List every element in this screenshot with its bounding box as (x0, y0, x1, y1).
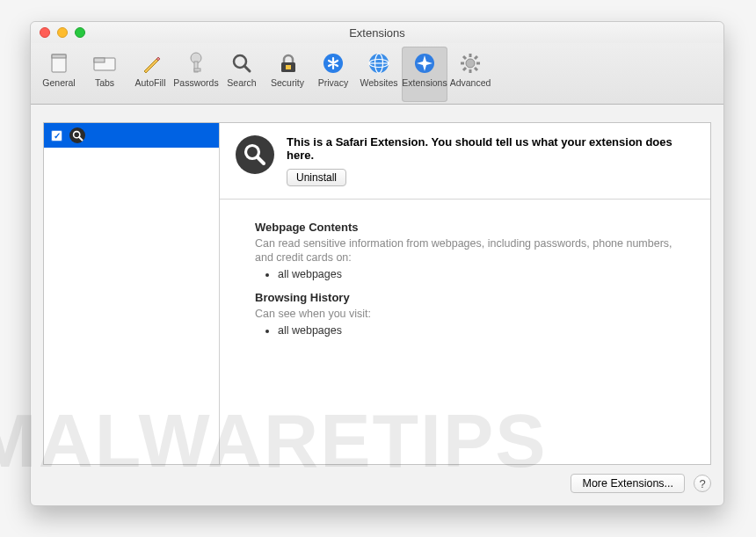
tab-label: Tabs (95, 78, 114, 88)
perm-text: Can see when you visit: (255, 307, 693, 321)
perm-heading: Webpage Contents (255, 221, 693, 234)
tab-websites[interactable]: Websites (356, 47, 402, 102)
minimize-window-button[interactable] (57, 27, 68, 38)
tab-label: Privacy (318, 78, 348, 88)
uninstall-button[interactable]: Uninstall (287, 169, 346, 186)
svg-rect-1 (52, 54, 66, 58)
extensions-sidebar: ✓ (44, 123, 220, 464)
content-area: ✓ This is a Safari Extension. You should… (43, 122, 711, 465)
preferences-window: Extensions General Tabs AutoFill Passwor… (30, 21, 724, 506)
perm-item: all webpages (278, 268, 693, 280)
privacy-icon (320, 50, 346, 76)
svg-rect-6 (194, 69, 200, 71)
extension-large-icon (236, 135, 274, 174)
window-controls (31, 27, 85, 38)
window-title: Extensions (31, 26, 723, 40)
tab-label: AutoFill (134, 78, 165, 88)
tab-general[interactable]: General (36, 47, 82, 102)
permissions-section: Webpage Contents Can read sensitive info… (220, 200, 710, 356)
extension-icon (69, 127, 85, 143)
websites-icon (366, 50, 392, 76)
tab-label: Security (271, 78, 304, 88)
preferences-toolbar: General Tabs AutoFill Passwords Search (31, 43, 723, 105)
tab-security[interactable]: Security (265, 47, 310, 102)
tab-autofill[interactable]: AutoFill (127, 47, 173, 102)
tab-search[interactable]: Search (219, 47, 265, 102)
svg-line-28 (79, 137, 83, 141)
tab-privacy[interactable]: Privacy (310, 47, 356, 102)
tab-label: General (42, 78, 75, 88)
more-extensions-button[interactable]: More Extensions... (571, 474, 685, 493)
svg-line-30 (258, 157, 264, 163)
svg-line-26 (463, 68, 466, 70)
svg-rect-10 (286, 65, 291, 69)
extension-header: This is a Safari Extension. You should t… (220, 123, 710, 200)
extension-detail: This is a Safari Extension. You should t… (220, 123, 710, 464)
extension-description: This is a Safari Extension. You should t… (287, 135, 672, 162)
help-button[interactable]: ? (694, 475, 711, 492)
tab-extensions[interactable]: Extensions (402, 47, 447, 102)
svg-rect-3 (94, 58, 105, 62)
tab-label: Advanced (450, 78, 491, 88)
search-icon (229, 50, 255, 76)
tab-label: Search (227, 78, 256, 88)
advanced-icon (457, 50, 483, 76)
titlebar: Extensions (31, 22, 723, 43)
tabs-icon (91, 50, 118, 76)
tab-label: Websites (360, 78, 398, 88)
svg-line-24 (475, 68, 477, 70)
svg-line-25 (475, 56, 477, 59)
perm-item: all webpages (278, 324, 693, 337)
close-window-button[interactable] (40, 27, 50, 38)
perm-heading: Browsing History (255, 291, 693, 304)
sidebar-item[interactable]: ✓ (44, 123, 219, 148)
autofill-icon (137, 50, 164, 76)
tab-tabs[interactable]: Tabs (82, 47, 127, 102)
security-icon (274, 50, 301, 76)
extension-enable-checkbox[interactable]: ✓ (51, 130, 62, 142)
perm-text: Can read sensitive information from webp… (255, 236, 693, 265)
tab-label: Passwords (173, 78, 218, 88)
footer: More Extensions... ? (43, 474, 711, 493)
tab-label: Extensions (402, 78, 447, 88)
svg-line-23 (463, 56, 466, 59)
svg-point-18 (466, 59, 475, 68)
zoom-window-button[interactable] (75, 27, 85, 38)
tab-advanced[interactable]: Advanced (447, 47, 493, 102)
svg-line-8 (244, 66, 250, 71)
tab-passwords[interactable]: Passwords (173, 47, 219, 102)
general-icon (46, 50, 72, 76)
extensions-icon (411, 50, 438, 76)
passwords-icon (183, 50, 209, 76)
